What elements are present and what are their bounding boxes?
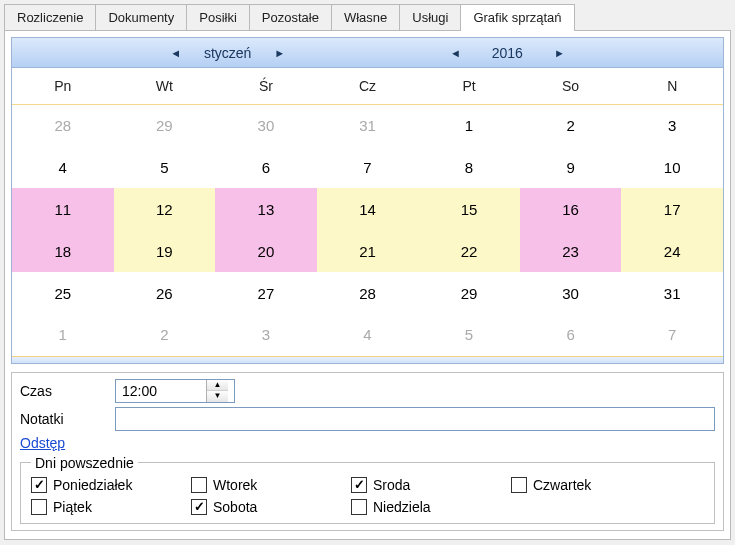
checkbox-icon[interactable] bbox=[351, 499, 367, 515]
calendar-day[interactable]: 5 bbox=[114, 146, 216, 188]
checkbox-icon[interactable] bbox=[31, 477, 47, 493]
tab-0[interactable]: Rozliczenie bbox=[4, 4, 96, 30]
weekday-checkbox-label: Czwartek bbox=[533, 477, 591, 493]
prev-year-button[interactable]: ◄ bbox=[443, 47, 467, 59]
month-label[interactable]: styczeń bbox=[188, 45, 268, 61]
time-spin-up[interactable]: ▲ bbox=[207, 380, 228, 392]
calendar-day[interactable]: 28 bbox=[317, 272, 419, 314]
weekdays-group: Dni powszednie PoniedziałekWtorekSrodaCz… bbox=[20, 455, 715, 524]
weekdays-legend: Dni powszednie bbox=[31, 455, 138, 471]
calendar-day[interactable]: 2 bbox=[520, 104, 622, 146]
cleaning-form: Czas ▲ ▼ Notatki Odstęp Dni powszednie P… bbox=[11, 372, 724, 531]
calendar-day[interactable]: 6 bbox=[215, 146, 317, 188]
weekday-checkbox-item[interactable]: Sobota bbox=[191, 499, 351, 515]
time-spin-down[interactable]: ▼ bbox=[207, 391, 228, 402]
calendar-day[interactable]: 3 bbox=[215, 314, 317, 356]
checkbox-icon[interactable] bbox=[31, 499, 47, 515]
calendar-day[interactable]: 15 bbox=[418, 188, 520, 230]
calendar-day[interactable]: 1 bbox=[418, 104, 520, 146]
calendar-day[interactable]: 13 bbox=[215, 188, 317, 230]
calendar-day[interactable]: 12 bbox=[114, 188, 216, 230]
tab-6[interactable]: Grafik sprzątań bbox=[460, 4, 574, 31]
weekday-checkbox-item[interactable]: Wtorek bbox=[191, 477, 351, 493]
prev-month-button[interactable]: ◄ bbox=[164, 47, 188, 59]
calendar-day[interactable]: 28 bbox=[12, 104, 114, 146]
tab-panel: ◄ styczeń ► ◄ 2016 ► PnWtŚrCzPtSoN 28293… bbox=[4, 30, 731, 540]
weekday-checkbox-label: Sobota bbox=[213, 499, 257, 515]
calendar-day[interactable]: 31 bbox=[317, 104, 419, 146]
year-label[interactable]: 2016 bbox=[467, 45, 547, 61]
tab-4[interactable]: Własne bbox=[331, 4, 400, 30]
weekday-header: So bbox=[520, 68, 622, 104]
calendar-day[interactable]: 17 bbox=[621, 188, 723, 230]
calendar-day[interactable]: 9 bbox=[520, 146, 622, 188]
tab-3[interactable]: Pozostałe bbox=[249, 4, 332, 30]
calendar-day[interactable]: 11 bbox=[12, 188, 114, 230]
weekday-checkbox-item[interactable]: Sroda bbox=[351, 477, 511, 493]
next-month-button[interactable]: ► bbox=[268, 47, 292, 59]
weekday-header: N bbox=[621, 68, 723, 104]
weekday-header: Pt bbox=[418, 68, 520, 104]
weekday-header: Śr bbox=[215, 68, 317, 104]
notes-input[interactable] bbox=[115, 407, 715, 431]
weekday-checkbox-label: Piątek bbox=[53, 499, 92, 515]
calendar: ◄ styczeń ► ◄ 2016 ► PnWtŚrCzPtSoN 28293… bbox=[11, 37, 724, 364]
weekday-checkbox-item[interactable]: Poniedziałek bbox=[31, 477, 191, 493]
calendar-day[interactable]: 7 bbox=[621, 314, 723, 356]
next-year-button[interactable]: ► bbox=[547, 47, 571, 59]
calendar-day[interactable]: 30 bbox=[215, 104, 317, 146]
weekday-header: Wt bbox=[114, 68, 216, 104]
time-input-wrapper: ▲ ▼ bbox=[115, 379, 235, 403]
time-label: Czas bbox=[20, 383, 115, 399]
calendar-header: ◄ styczeń ► ◄ 2016 ► bbox=[12, 38, 723, 68]
tab-5[interactable]: Usługi bbox=[399, 4, 461, 30]
calendar-day[interactable]: 18 bbox=[12, 230, 114, 272]
calendar-day[interactable]: 4 bbox=[12, 146, 114, 188]
calendar-day[interactable]: 14 bbox=[317, 188, 419, 230]
calendar-day[interactable]: 3 bbox=[621, 104, 723, 146]
calendar-day[interactable]: 29 bbox=[114, 104, 216, 146]
calendar-day[interactable]: 10 bbox=[621, 146, 723, 188]
calendar-day[interactable]: 2 bbox=[114, 314, 216, 356]
weekday-checkbox-label: Niedziela bbox=[373, 499, 431, 515]
calendar-day[interactable]: 25 bbox=[12, 272, 114, 314]
calendar-day[interactable]: 1 bbox=[12, 314, 114, 356]
tab-bar: RozliczenieDokumentyPosiłkiPozostałeWłas… bbox=[0, 0, 735, 30]
calendar-day[interactable]: 30 bbox=[520, 272, 622, 314]
calendar-day[interactable]: 27 bbox=[215, 272, 317, 314]
checkbox-icon[interactable] bbox=[191, 477, 207, 493]
calendar-day[interactable]: 6 bbox=[520, 314, 622, 356]
checkbox-icon[interactable] bbox=[351, 477, 367, 493]
calendar-day[interactable]: 21 bbox=[317, 230, 419, 272]
time-input[interactable] bbox=[116, 380, 206, 402]
weekday-checkbox-label: Wtorek bbox=[213, 477, 257, 493]
calendar-day[interactable]: 26 bbox=[114, 272, 216, 314]
calendar-day[interactable]: 29 bbox=[418, 272, 520, 314]
calendar-day[interactable]: 24 bbox=[621, 230, 723, 272]
tab-2[interactable]: Posiłki bbox=[186, 4, 250, 30]
calendar-day[interactable]: 16 bbox=[520, 188, 622, 230]
weekday-checkbox-item[interactable]: Piątek bbox=[31, 499, 191, 515]
calendar-day[interactable]: 4 bbox=[317, 314, 419, 356]
weekday-checkbox-label: Poniedziałek bbox=[53, 477, 132, 493]
checkbox-icon[interactable] bbox=[191, 499, 207, 515]
calendar-day[interactable]: 7 bbox=[317, 146, 419, 188]
calendar-day[interactable]: 5 bbox=[418, 314, 520, 356]
calendar-day[interactable]: 19 bbox=[114, 230, 216, 272]
calendar-grid: PnWtŚrCzPtSoN 28293031123456789101112131… bbox=[12, 68, 723, 357]
checkbox-icon[interactable] bbox=[511, 477, 527, 493]
interval-link[interactable]: Odstęp bbox=[20, 435, 65, 451]
calendar-day[interactable]: 8 bbox=[418, 146, 520, 188]
weekday-checkbox-item[interactable]: Niedziela bbox=[351, 499, 511, 515]
calendar-day[interactable]: 22 bbox=[418, 230, 520, 272]
calendar-day[interactable]: 31 bbox=[621, 272, 723, 314]
weekday-checkbox-item[interactable]: Czwartek bbox=[511, 477, 671, 493]
weekday-header: Cz bbox=[317, 68, 419, 104]
notes-label: Notatki bbox=[20, 411, 115, 427]
calendar-day[interactable]: 20 bbox=[215, 230, 317, 272]
weekday-header: Pn bbox=[12, 68, 114, 104]
calendar-day[interactable]: 23 bbox=[520, 230, 622, 272]
tab-1[interactable]: Dokumenty bbox=[95, 4, 187, 30]
weekday-checkbox-label: Sroda bbox=[373, 477, 410, 493]
